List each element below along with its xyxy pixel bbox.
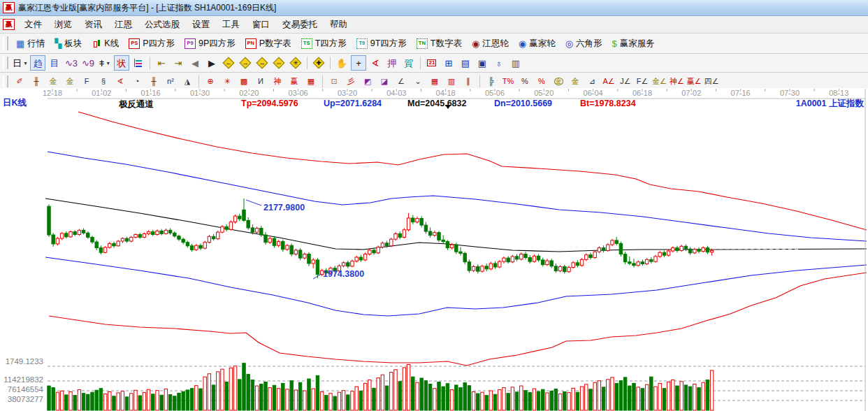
toolbar-button-赢家服务[interactable]: $赢家服务 [608, 36, 659, 51]
angle-red-button[interactable]: ∢ [113, 74, 128, 89]
toolbar-grip[interactable] [3, 36, 8, 50]
crosshair-button[interactable]: + [351, 55, 366, 71]
ray-fan-button[interactable]: 彡 [343, 74, 359, 89]
ruler-2-button[interactable]: ╫ [146, 74, 161, 89]
parallel-lines-button[interactable]: ∥ [461, 74, 476, 89]
toolbar-grip[interactable] [3, 75, 8, 88]
distribution-button[interactable] [131, 55, 146, 71]
first-bar-button[interactable]: ⇤ [154, 55, 169, 71]
title-bar[interactable]: 赢 赢家江恩专业版[赢家内部服务平台] - [上证指数 SH1A0001-169… [0, 0, 868, 16]
shen-angle-button[interactable]: 神∠ [669, 74, 685, 89]
f-angle-button[interactable]: F∠ [635, 74, 650, 89]
draw-pen-button[interactable]: ✐ [12, 74, 27, 89]
stamp-2-button[interactable]: 賀 [401, 55, 417, 71]
toolbar-button-赢家轮[interactable]: ◉赢家轮 [514, 36, 560, 51]
zigzag-button[interactable]: ⌄ [410, 74, 426, 89]
time-clock-button[interactable]: ◔ [129, 74, 145, 89]
menu-item-2[interactable]: 资讯 [78, 17, 108, 32]
wave-9-button[interactable]: ∿9 [80, 55, 96, 71]
n-square-button[interactable]: n² [163, 74, 178, 89]
wave-3-button[interactable]: ∿3 [64, 55, 79, 71]
toolbar-button-行情[interactable]: ▦行情 [12, 36, 49, 51]
save-button[interactable]: ▣ [475, 55, 490, 71]
t-percent-button[interactable]: T% [500, 74, 516, 89]
toolbar-button-P四方形[interactable]: PSP四方形 [124, 36, 179, 51]
prev-bar-button[interactable]: ◀ [187, 55, 203, 71]
gann-target-button[interactable]: ⊕ [203, 74, 218, 89]
ying-angle-button[interactable]: 赢∠ [686, 74, 702, 89]
red-grid-2-button[interactable]: ▥ [444, 74, 459, 89]
calendar-button[interactable]: 21 [424, 55, 440, 71]
toolbar-button-9T四方形[interactable]: T99T四方形 [352, 36, 411, 51]
box-fan-1-button[interactable]: ◩ [360, 74, 375, 89]
menu-item-9[interactable]: 帮助 [324, 17, 354, 32]
trend-button[interactable]: 趋 [30, 55, 45, 71]
compress-button[interactable]: ✳ [288, 55, 303, 71]
split-line-button[interactable]: ◮ [180, 74, 195, 89]
notes-button[interactable]: ▤ [458, 55, 473, 71]
toolbar-button-六角形[interactable]: ◎六角形 [561, 36, 607, 51]
last-bar-button[interactable]: ⇥ [171, 55, 186, 71]
percent-button[interactable]: % [517, 74, 533, 89]
menu-item-5[interactable]: 设置 [186, 17, 216, 32]
j-angle-button[interactable]: J∠ [618, 74, 633, 89]
menu-item-0[interactable]: 文件 [18, 17, 48, 32]
gold-circle-button[interactable]: 金 [551, 74, 566, 89]
period-day-button[interactable]: 日▼ [12, 55, 29, 71]
zoom-right-button[interactable]: → [238, 55, 253, 71]
menu-item-1[interactable]: 浏览 [48, 17, 78, 32]
toolbar-button-9P四方形[interactable]: P99P四方形 [180, 36, 240, 51]
chart-area[interactable]: 12-1801-0201-1601-3002-2003-0603-2004-03… [0, 88, 868, 411]
menu-item-6[interactable]: 工具 [216, 17, 246, 32]
a-angle-button[interactable]: A∠ [601, 74, 616, 89]
angle-measure-button[interactable]: ∢ [368, 55, 383, 71]
center-button[interactable]: ✚ [311, 55, 326, 71]
gann-box-button[interactable]: ▩ [236, 74, 252, 89]
pan-hand-button[interactable]: ✋ [334, 55, 349, 71]
zoom-left-button[interactable]: ← [221, 55, 236, 71]
toolbar-button-板块[interactable]: ▚板块 [50, 36, 86, 51]
trend-angle-button[interactable]: ∠ [393, 74, 409, 89]
wave-mark-button[interactable]: И [253, 74, 268, 89]
menu-item-3[interactable]: 江恩 [108, 17, 138, 32]
brush-angle-button[interactable]: ⊿ [584, 74, 600, 89]
candle-style-button[interactable]: ǂ▼ [97, 55, 113, 71]
box-fan-2-button[interactable]: ◪ [377, 74, 392, 89]
gann-web-button[interactable]: ✳ [219, 74, 235, 89]
menu-item-8[interactable]: 交易委托 [276, 17, 324, 32]
expand-button[interactable]: ⇔ [271, 55, 287, 71]
list-button[interactable]: 目 [47, 55, 62, 71]
scale-tool-button[interactable]: ╠ [484, 74, 499, 89]
spiral-button[interactable]: § [96, 74, 111, 89]
workstation-button[interactable]: ▥ [508, 55, 523, 71]
menu-item-4[interactable]: 公式选股 [138, 17, 186, 32]
menu-item-7[interactable]: 窗口 [246, 17, 276, 32]
fib-grid-button[interactable]: F [79, 74, 94, 89]
toolbar-button-K线[interactable]: K线 [87, 36, 123, 51]
number-grid-button[interactable]: ▦ [303, 74, 319, 89]
toolbar-button-T数字表[interactable]: TNT数字表 [412, 36, 466, 51]
toolbar-button-江恩轮[interactable]: ◉江恩轮 [468, 36, 513, 51]
gold-line-button[interactable]: 金 [567, 74, 583, 89]
toolbar-grip[interactable] [3, 57, 8, 69]
gold-grid-1-button[interactable]: 金 [45, 74, 61, 89]
toolbar-button-P数字表[interactable]: PNP数字表 [241, 36, 296, 51]
percent-line-button[interactable]: % [534, 74, 549, 89]
calculator-button[interactable]: ⊞ [441, 55, 456, 71]
toolbar-button-T四方形[interactable]: TST四方形 [297, 36, 351, 51]
four-angle-button[interactable]: 四∠ [704, 74, 720, 89]
ying-grid-button[interactable]: 赢 [287, 74, 302, 89]
web-export-button[interactable]: ♁ [491, 55, 507, 71]
stamp-1-button[interactable]: 押 [384, 55, 400, 71]
shen-grid-button[interactable]: 神 [270, 74, 285, 89]
next-bar-button[interactable]: ▶ [204, 55, 219, 71]
red-grid-1-button[interactable]: ▦ [427, 74, 442, 89]
rect-tool-button[interactable]: ⊡ [326, 74, 342, 89]
pattern-button[interactable]: 状 [114, 55, 129, 71]
zoom-both-button[interactable]: ↔ [254, 55, 270, 71]
gold-angle-button[interactable]: 金∠ [651, 74, 667, 89]
kline-chart-canvas[interactable]: 12-1801-0201-1601-3002-2003-0603-2004-03… [0, 88, 868, 411]
toolbar-tools: 日▼趋目∿3∿9ǂ▼状⇤⇥◀▶←→↔⇔✳✚✋+∢押賀21⊞▤▣♁▥ [0, 54, 868, 73]
time-ruler-button[interactable]: ╫ [29, 74, 44, 89]
gold-grid-2-button[interactable]: 金 [62, 74, 78, 89]
